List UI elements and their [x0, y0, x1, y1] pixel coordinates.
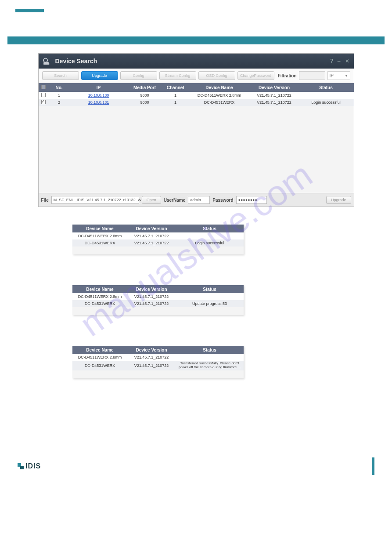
cell-status: Transferred successfully. Please don't p… [176, 361, 244, 370]
col-header-media-port: Media Port [127, 85, 162, 90]
row-checkbox[interactable] [41, 93, 46, 97]
cell-version: V21.45.7.1_210722 [127, 234, 176, 238]
status-table-login: Device Name Device Version Status DC-D45… [72, 225, 244, 254]
toolbar: Search Upgrade Config Stream Config OSD … [39, 69, 354, 83]
device-search-icon [43, 57, 53, 65]
mini-col-name: Device Name [72, 348, 127, 352]
device-search-window: Device Search ? – ✕ Search Upgrade Confi… [38, 53, 354, 207]
list-item: DC-D4531WERX V21.45.7.1_210722 Transferr… [72, 361, 244, 370]
cell-version: V21.45.7.1_210722 [127, 363, 176, 368]
mini-col-version: Device Version [127, 348, 176, 352]
ip-link[interactable]: 10.10.0.130 [88, 93, 109, 98]
open-button[interactable]: Open [142, 196, 161, 204]
cell-media-port: 9000 [127, 100, 162, 105]
cell-channel: 1 [162, 93, 189, 98]
cell-version: V21.45.7.1_210722 [127, 241, 176, 245]
change-password-button[interactable]: ChangePassword [237, 71, 274, 80]
cell-status: Login successful [176, 241, 244, 245]
cell-name: DC-D4511WERX 2.8mm [72, 355, 127, 359]
grid-header: No. IP Media Port Channel Device Name De… [39, 83, 354, 92]
cell-version: V21.45.7.1_210722 [127, 294, 176, 299]
window-title-text: Device Search [55, 58, 97, 65]
mini-col-name: Device Name [72, 226, 127, 231]
row-checkbox[interactable] [41, 100, 46, 104]
cell-no: 2 [48, 100, 70, 105]
mini-col-status: Status [176, 287, 244, 292]
cell-device-version: V21.45.7.1_210722 [250, 93, 298, 98]
cell-version: V21.45.7.1_210722 [127, 301, 176, 306]
cell-status: Update progress:53 [176, 301, 244, 306]
window-title: Device Search [43, 57, 97, 65]
cell-version: V21.45.7.1_210722 [127, 355, 176, 359]
cell-no: 1 [48, 93, 70, 98]
cell-channel: 1 [162, 100, 189, 105]
status-table-transferred: Device Name Device Version Status DC-D45… [72, 346, 244, 378]
cell-name: DC-D4531WERX [72, 301, 127, 306]
cell-media-port: 9000 [127, 93, 162, 98]
password-label: Password [212, 198, 233, 203]
cell-name: DC-D4511WERX 2.8mm [72, 234, 127, 238]
cell-device-name: DC-D4531WERX [189, 100, 250, 105]
mini-col-version: Device Version [127, 287, 176, 292]
list-item: DC-D4511WERX 2.8mm V21.45.7.1_210722 [72, 232, 244, 239]
cell-device-name: DC-D4511WERX 2.8mm [189, 93, 250, 98]
accent-bar [15, 9, 44, 12]
logo-mark-icon [18, 463, 24, 469]
username-label: UserName [164, 198, 185, 203]
page-indicator-bar [372, 457, 374, 475]
upgrade-button[interactable]: Upgrade [326, 196, 351, 204]
col-header-device-name: Device Name [189, 85, 250, 90]
filtration-input[interactable] [299, 71, 325, 80]
file-path-field[interactable]: M_SF_ENU_IDIS_V21.45.7.1_210722_r10132_W… [51, 196, 139, 204]
mini-col-name: Device Name [72, 287, 127, 292]
help-icon[interactable]: ? [330, 58, 333, 64]
cell-name: DC-D4511WERX 2.8mm [72, 294, 127, 299]
bottom-bar: File M_SF_ENU_IDIS_V21.45.7.1_210722_r10… [39, 193, 354, 207]
page-footer: IDIS [0, 457, 392, 475]
config-button[interactable]: Config [120, 71, 157, 80]
cell-device-version: V21.45.7.1_210722 [250, 100, 298, 105]
title-bar: Device Search ? – ✕ [39, 54, 354, 69]
stream-config-button[interactable]: Stream Config [159, 71, 196, 80]
mini-col-version: Device Version [127, 226, 176, 231]
list-item: DC-D4511WERX 2.8mm V21.45.7.1_210722 [72, 293, 244, 300]
list-item: DC-D4531WERX V21.45.7.1_210722 Update pr… [72, 300, 244, 307]
col-header-channel: Channel [162, 85, 189, 90]
username-field[interactable]: admin [188, 196, 210, 204]
mini-col-status: Status [176, 226, 244, 231]
ip-link[interactable]: 10.10.0.131 [88, 100, 109, 105]
cell-name: DC-D4531WERX [72, 241, 127, 245]
table-row[interactable]: 1 10.10.0.130 9000 1 DC-D4511WERX 2.8mm … [39, 92, 354, 99]
header-bar [7, 36, 385, 44]
col-header-device-version: Device Version [250, 85, 298, 90]
filtration-mode-value: IP [330, 73, 334, 78]
brand-logo: IDIS [18, 462, 41, 470]
upgrade-tab-button[interactable]: Upgrade [81, 71, 118, 80]
osd-config-button[interactable]: OSD Config [198, 71, 235, 80]
minimize-icon[interactable]: – [338, 58, 341, 64]
col-header-no: No. [48, 85, 70, 90]
close-icon[interactable]: ✕ [345, 58, 349, 64]
filtration-label: Filtration [278, 73, 297, 78]
list-item: DC-D4511WERX 2.8mm V21.45.7.1_210722 [72, 354, 244, 361]
cell-name: DC-D4531WERX [72, 363, 127, 368]
col-header-status: Status [298, 85, 354, 90]
table-row[interactable]: 2 10.10.0.131 9000 1 DC-D4531WERX V21.45… [39, 99, 354, 106]
mini-col-status: Status [176, 348, 244, 352]
brand-name: IDIS [25, 462, 41, 470]
select-all-checkbox[interactable] [41, 85, 46, 89]
status-table-progress: Device Name Device Version Status DC-D45… [72, 285, 244, 315]
search-button[interactable]: Search [42, 71, 79, 80]
svg-point-1 [43, 58, 47, 62]
file-label: File [41, 198, 49, 203]
cell-status: Login successful [298, 100, 354, 105]
grid-body: 1 10.10.0.130 9000 1 DC-D4511WERX 2.8mm … [39, 92, 354, 193]
list-item: DC-D4531WERX V21.45.7.1_210722 Login suc… [72, 239, 244, 247]
password-field[interactable]: ●●●●●●●● [236, 196, 267, 204]
filtration-mode-select[interactable]: IP [327, 71, 350, 80]
col-header-ip: IP [70, 85, 127, 90]
